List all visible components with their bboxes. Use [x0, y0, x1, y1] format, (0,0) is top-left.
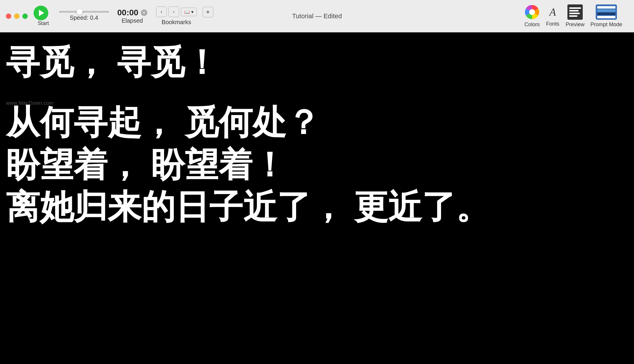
preview-toolbar-item[interactable]: Preview	[566, 4, 585, 28]
start-label: Start	[38, 20, 49, 27]
elapsed-label: Elapsed	[122, 17, 143, 24]
elapsed-clear-button[interactable]: ✕	[141, 9, 147, 16]
bookmarks-label: Bookmarks	[162, 19, 191, 26]
close-button[interactable]	[6, 14, 11, 19]
bookmark-icon: 📖	[184, 9, 190, 15]
right-toolbar: Colors A Fonts Preview Promp	[524, 4, 628, 28]
bookmark-chevron: ▾	[191, 9, 194, 15]
maximize-button[interactable]	[22, 14, 28, 19]
prompt-mode-icon	[596, 4, 617, 20]
nav-forward-button[interactable]: ›	[169, 6, 179, 17]
prompt-mode-label: Prompt Mode	[590, 21, 622, 28]
slider-thumb[interactable]	[77, 9, 82, 15]
svg-point-2	[529, 9, 535, 15]
nav-bookmarks-section: ‹ › 📖 ▾ Bookmarks	[156, 6, 197, 26]
colors-toolbar-item[interactable]: Colors	[524, 4, 540, 28]
minimize-button[interactable]	[14, 14, 19, 19]
nav-back-button[interactable]: ‹	[156, 6, 167, 17]
watermark: www.MacDown.com	[6, 100, 54, 106]
prompt-mode-toolbar-item[interactable]: Prompt Mode	[590, 4, 622, 28]
main-content[interactable]: 寻觅， 寻觅！ 从何寻起， 觅何处？ 盼望着， 盼望着！ 离她归来的日子近了， …	[0, 32, 634, 364]
speed-label: Speed: 0.4	[70, 14, 98, 21]
colors-icon	[524, 4, 540, 20]
fonts-label: Fonts	[546, 21, 559, 27]
script-display: 寻觅， 寻觅！ 从何寻起， 觅何处？ 盼望着， 盼望着！ 离她归来的日子近了， …	[6, 41, 628, 228]
script-line-2: 从何寻起， 觅何处？	[6, 101, 628, 144]
preview-label: Preview	[566, 21, 585, 28]
fonts-icon: A	[546, 5, 560, 19]
elapsed-time-display: 00:00	[117, 8, 138, 17]
start-button[interactable]	[34, 6, 48, 20]
elapsed-section: 00:00 ✕ Elapsed	[117, 8, 147, 24]
colors-label: Colors	[524, 21, 540, 28]
speed-slider[interactable]	[59, 11, 109, 13]
traffic-lights	[6, 14, 28, 19]
titlebar: Start Speed: 0.4 00:00 ✕ Elapsed ‹ › 📖 ▾…	[0, 0, 634, 32]
speed-section: Speed: 0.4	[59, 11, 109, 21]
script-line-1: 寻觅， 寻觅！	[6, 41, 628, 84]
preview-icon	[567, 4, 583, 20]
script-line-3: 盼望着， 盼望着！	[6, 144, 628, 186]
window-title: Tutorial — Edited	[292, 12, 342, 20]
fonts-toolbar-item[interactable]: A Fonts	[546, 5, 560, 27]
script-line-4: 离她归来的日子近了， 更近了。	[6, 186, 628, 228]
bookmarks-button[interactable]: 📖 ▾	[181, 8, 197, 16]
add-button[interactable]: +	[203, 7, 213, 17]
